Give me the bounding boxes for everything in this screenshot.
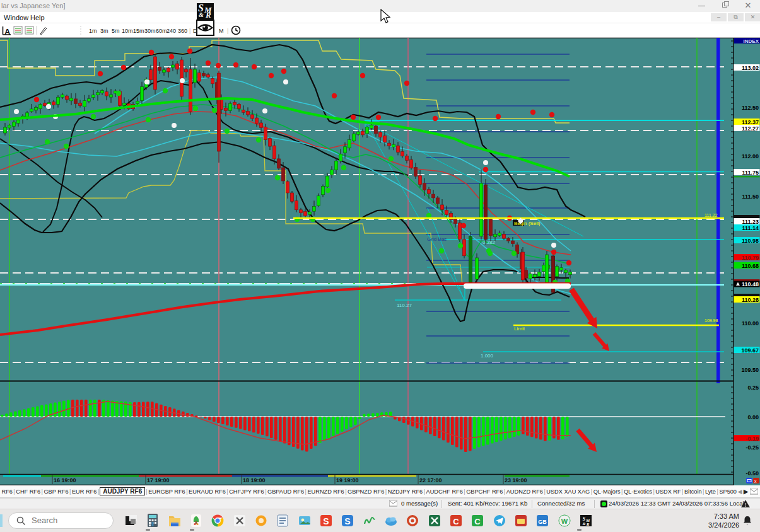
svg-text:110.27: 110.27 (397, 303, 412, 308)
svg-text:Begin (Sell): Begin (Sell) (514, 221, 541, 226)
svg-text:109.50: 109.50 (741, 367, 759, 373)
svg-text:19 19:00: 19 19:00 (336, 477, 359, 483)
svg-text:0.382: 0.382 (482, 240, 496, 245)
svg-text:22 17:00: 22 17:00 (419, 477, 442, 483)
svg-text:17 19:00: 17 19:00 (147, 477, 170, 483)
svg-text:111.14: 111.14 (742, 225, 759, 231)
svg-text:C: C (474, 517, 481, 526)
svg-text:111.22: 111.22 (704, 213, 717, 217)
svg-text:110.48: 110.48 (742, 281, 759, 287)
svg-text:18 19:00: 18 19:00 (243, 477, 266, 483)
svg-text:112.00: 112.00 (742, 153, 759, 159)
svg-text:110.68: 110.68 (742, 263, 759, 269)
svg-text:0.00: 0.00 (747, 414, 759, 420)
svg-text:16 19:00: 16 19:00 (54, 477, 76, 483)
svg-text:112.27: 112.27 (742, 125, 759, 132)
svg-text:111.75: 111.75 (742, 170, 759, 176)
svg-text:23 19:00: 23 19:00 (505, 477, 527, 483)
svg-text:R: R (586, 522, 590, 527)
svg-text:Limit: Limit (514, 326, 525, 332)
svg-text:0.25: 0.25 (747, 385, 759, 391)
svg-text:INDEX: INDEX (744, 38, 759, 44)
svg-text:S: S (323, 516, 329, 526)
svg-text:-0.25: -0.25 (745, 444, 759, 451)
svg-text:110.98: 110.98 (742, 238, 759, 244)
svg-text:A: A (4, 27, 11, 37)
svg-text:C: C (453, 517, 459, 526)
svg-text:112.37: 112.37 (742, 119, 759, 125)
svg-text:-0.50: -0.50 (745, 470, 759, 477)
svg-text:110.00: 110.00 (742, 320, 759, 327)
svg-text:109.98: 109.98 (704, 318, 718, 323)
svg-text:W: W (561, 518, 568, 525)
svg-text:110.79: 110.79 (742, 255, 759, 261)
svg-text:Grid Bas: Grid Bas (427, 236, 447, 242)
svg-text:S: S (344, 516, 350, 526)
svg-text:x: x (754, 479, 757, 483)
svg-text:1.000: 1.000 (481, 353, 494, 359)
svg-text:113.02: 113.02 (742, 65, 759, 71)
svg-text:-0.19: -0.19 (745, 436, 759, 442)
svg-text:112.50: 112.50 (742, 105, 759, 111)
svg-text:GB: GB (538, 519, 547, 525)
svg-text:109.67: 109.67 (741, 347, 759, 354)
svg-text:&: & (583, 522, 586, 526)
svg-text:111.23: 111.23 (742, 219, 759, 225)
svg-text:110.28: 110.28 (742, 297, 759, 303)
svg-text:111.50: 111.50 (742, 194, 759, 200)
svg-text:!: ! (745, 502, 747, 508)
